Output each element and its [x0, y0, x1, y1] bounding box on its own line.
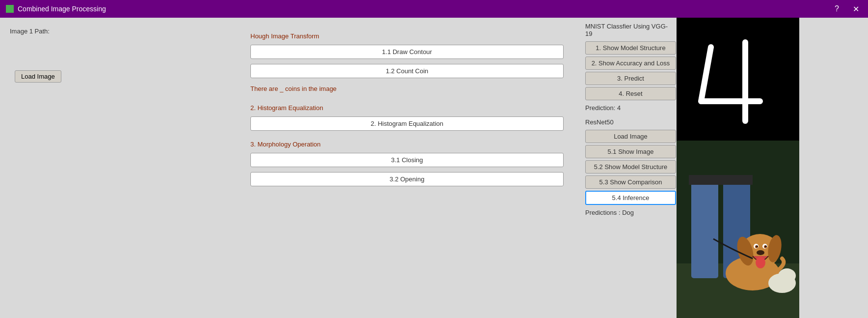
show-image-button[interactable]: 5.1 Show Image	[585, 145, 676, 158]
title-bar: Combined Image Processing ? ✕	[0, 0, 868, 18]
app-title: Combined Image Processing	[18, 5, 106, 13]
opening-button[interactable]: 3.2 Opening	[250, 172, 564, 186]
svg-point-15	[765, 246, 767, 247]
inference-button[interactable]: 5.4 Inference	[585, 191, 676, 205]
predictions-text: Predictions : Dog	[585, 209, 670, 216]
svg-point-16	[757, 250, 764, 255]
reset-button[interactable]: 4. Reset	[585, 87, 676, 100]
controls-column: MNIST Classfier Using VGG-19 1. Show Mod…	[578, 18, 677, 318]
dog-image	[677, 141, 799, 318]
svg-rect-5	[689, 175, 753, 185]
mnist-title: MNIST Classfier Using VGG-19	[585, 23, 670, 37]
prediction-text: Prediction: 4	[585, 104, 670, 112]
title-bar-left: Combined Image Processing	[6, 5, 106, 13]
predict-button[interactable]: 3. Predict	[585, 72, 676, 85]
left-panel: Image 1 Path: Load Image	[0, 18, 236, 318]
show-comparison-button[interactable]: 5.3 Show Comparison	[585, 175, 676, 189]
hough-title: Hough Image Transform	[250, 32, 564, 40]
app-icon	[6, 5, 14, 13]
load-image-resnet-button[interactable]: Load Image	[585, 130, 676, 143]
close-button[interactable]: ✕	[850, 3, 862, 15]
middle-panel: Hough Image Transform 1.1 Draw Contour 1…	[236, 18, 578, 318]
svg-rect-3	[691, 180, 718, 278]
show-accuracy-button[interactable]: 2. Show Accuracy and Loss	[585, 57, 676, 70]
images-column	[677, 18, 799, 318]
image-path-label: Image 1 Path:	[10, 28, 50, 35]
help-button[interactable]: ?	[832, 3, 842, 14]
load-image-button[interactable]: Load Image	[15, 70, 61, 83]
resnet-title: ResNet50	[585, 118, 670, 126]
svg-point-19	[778, 268, 796, 283]
show-model-structure-button[interactable]: 1. Show Model Structure	[585, 41, 676, 55]
svg-rect-0	[677, 18, 799, 141]
svg-point-17	[756, 257, 765, 268]
title-bar-controls: ? ✕	[832, 3, 862, 15]
histogram-button[interactable]: 2. Histogram Equalization	[250, 116, 564, 131]
main-content: Image 1 Path: Load Image Hough Image Tra…	[0, 18, 868, 318]
coins-text: There are _ coins in the image	[250, 85, 564, 92]
mnist-image	[677, 18, 799, 141]
image-path-row: Image 1 Path:	[10, 28, 226, 35]
dog-svg	[677, 141, 799, 318]
histogram-title: 2. Histogram Equalization	[250, 104, 564, 112]
draw-contour-button[interactable]: 1.1 Draw Contour	[250, 45, 564, 59]
morphology-title: 3. Morphology Operation	[250, 141, 564, 148]
show-model-structure-2-button[interactable]: 5.2 Show Model Structure	[585, 160, 676, 173]
count-coin-button[interactable]: 1.2 Count Coin	[250, 64, 564, 78]
svg-point-14	[757, 246, 758, 247]
mnist-drawing	[677, 18, 799, 141]
closing-button[interactable]: 3.1 Closing	[250, 153, 564, 167]
right-section: MNIST Classfier Using VGG-19 1. Show Mod…	[578, 18, 868, 318]
